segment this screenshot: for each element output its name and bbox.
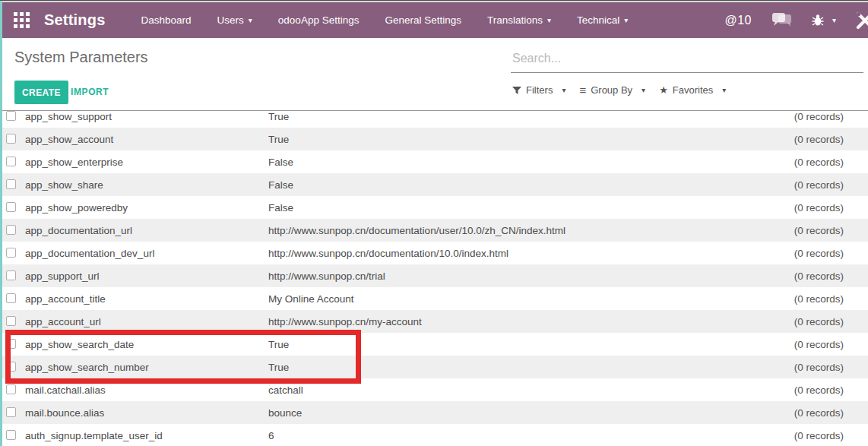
records-count: (0 records)	[794, 430, 868, 441]
table-row[interactable]: app_show_support True (0 records)	[0, 110, 868, 128]
row-checkbox[interactable]	[6, 362, 16, 372]
chevron-down-icon: ▾	[832, 16, 836, 24]
param-value: True	[268, 134, 794, 145]
import-button[interactable]: IMPORT	[71, 87, 109, 97]
menu-item-translations[interactable]: Translations ▾	[474, 2, 564, 38]
param-value: False	[268, 179, 794, 191]
window-top-edge	[0, 0, 868, 2]
param-key: app_show_poweredby	[25, 202, 268, 214]
favorites-dropdown[interactable]: ★ Favorites ▾	[659, 84, 726, 96]
table-row[interactable]: app_account_title My Online Account (0 r…	[0, 287, 868, 310]
param-key: auth_signup.template_user_id	[25, 430, 268, 441]
param-key: mail.bounce.alias	[25, 407, 268, 419]
row-checkbox[interactable]	[6, 248, 16, 258]
param-key: app_documentation_url	[25, 225, 268, 236]
param-value: My Online Account	[268, 293, 794, 305]
records-count: (0 records)	[794, 111, 868, 122]
records-count: (0 records)	[794, 248, 868, 259]
param-value: 6	[268, 430, 794, 441]
param-key: mail.catchall.alias	[25, 384, 268, 396]
row-checkbox[interactable]	[6, 384, 16, 394]
chevron-down-icon: ▾	[562, 86, 565, 94]
mention-counter[interactable]: @10	[724, 14, 752, 27]
menu-item-odooapp-settings[interactable]: odooApp Settings	[265, 2, 372, 38]
search-options-bar: Filters ▾ ≡ Group By ▾ ★ Favorites ▾	[512, 84, 726, 96]
param-key: app_account_title	[25, 293, 268, 305]
row-checkbox[interactable]	[6, 134, 16, 144]
param-value: bounce	[268, 407, 794, 419]
table-row[interactable]: app_show_share False (0 records)	[0, 173, 868, 196]
param-key: app_documentation_dev_url	[25, 248, 268, 259]
row-checkbox[interactable]	[6, 293, 16, 303]
chevron-down-icon: ▾	[722, 86, 726, 94]
param-key: app_show_search_number	[25, 362, 268, 373]
row-checkbox[interactable]	[6, 157, 16, 166]
param-key: app_show_account	[25, 134, 268, 145]
records-count: (0 records)	[794, 225, 868, 236]
row-checkbox[interactable]	[6, 202, 16, 212]
apps-grid-icon[interactable]	[14, 12, 30, 28]
group-by-dropdown[interactable]: ≡ Group By ▾	[579, 84, 645, 96]
search-input[interactable]	[511, 49, 863, 73]
create-button[interactable]: CREATE	[14, 81, 68, 104]
row-checkbox[interactable]	[6, 316, 16, 326]
records-count: (0 records)	[794, 270, 868, 282]
records-count: (0 records)	[794, 202, 868, 214]
group-by-bars-icon: ≡	[579, 84, 586, 96]
table-row[interactable]: app_account_url http://www.sunpop.cn/my-…	[0, 310, 868, 333]
param-value: True	[268, 339, 794, 350]
row-checkbox[interactable]	[6, 225, 16, 235]
table-row[interactable]: app_documentation_dev_url http://www.sun…	[0, 242, 868, 264]
records-count: (0 records)	[794, 293, 868, 305]
row-checkbox[interactable]	[6, 270, 16, 280]
menu-item-general-settings[interactable]: General Settings	[372, 2, 474, 38]
filters-dropdown[interactable]: Filters ▾	[512, 84, 565, 96]
table-row[interactable]: app_show_account True (0 records)	[0, 128, 868, 150]
param-value: catchall	[268, 384, 794, 396]
table-row-highlighted[interactable]: app_show_search_date True (0 records)	[0, 333, 868, 356]
table-row[interactable]: app_documentation_url http://www.sunpop.…	[0, 219, 868, 242]
bug-icon	[812, 14, 824, 27]
records-count: (0 records)	[794, 339, 868, 350]
records-count: (0 records)	[794, 362, 868, 373]
table-row[interactable]: app_support_url http://www.sunpop.cn/tri…	[0, 264, 868, 287]
records-count: (0 records)	[794, 407, 868, 419]
main-menu: Dashboard Users ▾ odooApp Settings Gener…	[128, 2, 641, 38]
param-key: app_show_support	[25, 111, 268, 122]
chevron-down-icon: ▾	[624, 16, 628, 24]
table-row-highlighted[interactable]: app_show_search_number True (0 records)	[0, 356, 868, 378]
filter-funnel-icon	[512, 86, 521, 95]
table-row[interactable]: app_show_enterprise False (0 records)	[0, 150, 868, 173]
param-value: False	[268, 202, 794, 214]
navbar-right-tools: @10 ▾	[724, 11, 868, 30]
menu-item-technical[interactable]: Technical ▾	[564, 2, 641, 38]
tools-wrench-icon[interactable]	[856, 11, 868, 30]
messages-icon[interactable]	[771, 13, 792, 28]
param-value: True	[268, 362, 794, 373]
menu-item-dashboard[interactable]: Dashboard	[128, 2, 204, 38]
debug-menu[interactable]: ▾	[812, 14, 836, 27]
page-title: System Parameters	[14, 49, 148, 66]
table-row[interactable]: auth_signup.template_user_id 6 (0 record…	[0, 424, 868, 446]
main-navbar: Settings Dashboard Users ▾ odooApp Setti…	[0, 2, 868, 38]
table-row[interactable]: mail.catchall.alias catchall (0 records)	[0, 378, 868, 401]
odoo-settings-screen: Settings Dashboard Users ▾ odooApp Setti…	[0, 0, 868, 446]
menu-item-users[interactable]: Users ▾	[204, 2, 265, 38]
param-key: app_show_enterprise	[25, 157, 268, 168]
table-row[interactable]: mail.bounce.alias bounce (0 records)	[0, 401, 868, 424]
param-value: http://www.sunpop.cn/documentation/user/…	[268, 225, 794, 236]
records-count: (0 records)	[794, 384, 868, 396]
star-icon: ★	[659, 85, 668, 95]
param-value: http://www.sunpop.cn/my-account	[268, 316, 794, 327]
param-key: app_account_url	[25, 316, 268, 327]
row-checkbox[interactable]	[6, 430, 16, 440]
row-checkbox[interactable]	[6, 339, 16, 349]
param-key: app_support_url	[25, 270, 268, 282]
table-row[interactable]: app_show_poweredby False (0 records)	[0, 196, 868, 219]
row-checkbox[interactable]	[6, 179, 16, 189]
records-count: (0 records)	[794, 316, 868, 327]
row-checkbox[interactable]	[6, 407, 16, 417]
window-left-edge	[0, 2, 2, 446]
records-count: (0 records)	[794, 157, 868, 168]
row-checkbox[interactable]	[6, 111, 16, 121]
